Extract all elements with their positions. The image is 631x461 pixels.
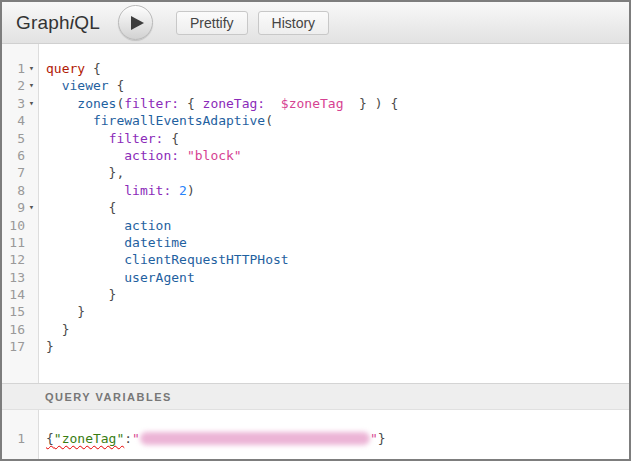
code-token: " xyxy=(370,431,378,446)
code-token: ( xyxy=(265,113,273,128)
code-token: { xyxy=(179,96,202,111)
query-editor: 1▾2▾3▾456789▾1011121314151617 query { vi… xyxy=(2,44,629,383)
gutter-line: 12 xyxy=(2,251,38,268)
code-token: "block" xyxy=(187,148,242,163)
line-number: 10 xyxy=(2,217,25,234)
line-number: 5 xyxy=(2,130,25,147)
gutter-line: 3▾ xyxy=(2,95,38,112)
code-line: firewallEventsAdaptive( xyxy=(46,112,629,129)
play-icon xyxy=(131,16,144,30)
code-token: datetime xyxy=(124,235,187,250)
gutter-line: 15 xyxy=(2,303,38,320)
line-number: 7 xyxy=(2,164,25,181)
code-token: { xyxy=(109,78,125,93)
variables-gutter: 1 xyxy=(2,410,39,459)
code-line: { xyxy=(46,199,629,216)
gutter-line: 1 xyxy=(2,430,38,447)
code-token: clientRequestHTTPHost xyxy=(124,252,288,267)
gutter-line: 11 xyxy=(2,234,38,251)
code-token xyxy=(46,235,124,250)
fold-arrow-icon[interactable]: ▾ xyxy=(25,95,38,112)
code-token: }, xyxy=(46,165,124,180)
code-token: { xyxy=(46,200,116,215)
fold-arrow-icon[interactable]: ▾ xyxy=(25,199,38,216)
code-token: viewer xyxy=(62,78,109,93)
code-token: zones xyxy=(77,96,116,111)
topbar: GraphiQL Prettify History xyxy=(2,2,629,44)
fold-arrow-icon[interactable]: ▾ xyxy=(25,77,38,94)
code-token: : xyxy=(124,431,132,446)
line-number: 14 xyxy=(2,286,25,303)
query-variables-header[interactable]: QUERY VARIABLES xyxy=(2,383,629,410)
line-number: 12 xyxy=(2,251,25,268)
code-token: firewallEventsAdaptive xyxy=(93,113,265,128)
code-token: action xyxy=(124,218,171,233)
editor-gutter: 1▾2▾3▾456789▾1011121314151617 xyxy=(2,44,39,383)
gutter-line: 6 xyxy=(2,147,38,164)
line-number: 11 xyxy=(2,234,25,251)
variables-code-area[interactable]: {"zoneTag":""} xyxy=(39,410,629,459)
toolbar: Prettify History xyxy=(176,11,329,35)
code-line: } xyxy=(46,321,629,338)
code-token: { xyxy=(163,131,179,146)
code-token: $zoneTag xyxy=(281,96,344,111)
logo-text-graph: Graph xyxy=(16,12,70,33)
variables-line: {"zoneTag":""} xyxy=(46,430,629,447)
code-token: "zoneTag" xyxy=(54,431,124,446)
line-number: 17 xyxy=(2,338,25,355)
code-token: ) xyxy=(187,183,195,198)
code-line: action: "block" xyxy=(46,147,629,164)
code-token: query xyxy=(46,61,85,76)
variables-editor: 1 {"zoneTag":""} xyxy=(2,410,629,459)
code-line: userAgent xyxy=(46,269,629,286)
code-token: zoneTag: xyxy=(203,96,266,111)
code-line: } xyxy=(46,303,629,320)
line-number: 6 xyxy=(2,147,25,164)
prettify-button[interactable]: Prettify xyxy=(176,11,248,35)
query-code-area[interactable]: query { viewer { zones(filter: { zoneTag… xyxy=(39,44,629,383)
code-line: viewer { xyxy=(46,77,629,94)
line-number: 8 xyxy=(2,182,25,199)
code-line: action xyxy=(46,217,629,234)
code-token: limit: xyxy=(124,183,171,198)
code-token xyxy=(46,183,124,198)
line-number: 9 xyxy=(2,199,25,216)
code-line: datetime xyxy=(46,234,629,251)
code-token: filter: xyxy=(124,96,179,111)
gutter-line: 5 xyxy=(2,130,38,147)
gutter-line: 4 xyxy=(2,112,38,129)
code-token: action: xyxy=(124,148,179,163)
code-token xyxy=(46,96,77,111)
code-token: } xyxy=(46,339,54,354)
code-line: query { xyxy=(46,60,629,77)
code-token: } xyxy=(46,287,116,302)
gutter-line: 14 xyxy=(2,286,38,303)
code-token: } xyxy=(46,322,69,337)
line-number: 1 xyxy=(2,60,25,77)
history-button[interactable]: History xyxy=(258,11,330,35)
code-line: } xyxy=(46,286,629,303)
code-token: " xyxy=(132,431,140,446)
code-line: filter: { xyxy=(46,130,629,147)
code-line: } xyxy=(46,338,629,355)
gutter-line: 13 xyxy=(2,269,38,286)
code-line: }, xyxy=(46,164,629,181)
code-token: } xyxy=(378,431,386,446)
code-token xyxy=(46,113,93,128)
gutter-line: 7 xyxy=(2,164,38,181)
code-token: } ) { xyxy=(343,96,398,111)
code-token xyxy=(46,78,62,93)
execute-button[interactable] xyxy=(118,5,153,40)
graphiql-window: GraphiQL Prettify History 1▾2▾3▾456789▾1… xyxy=(0,0,631,461)
code-token xyxy=(46,148,124,163)
code-line: clientRequestHTTPHost xyxy=(46,251,629,268)
code-token: filter: xyxy=(109,131,164,146)
line-number: 15 xyxy=(2,303,25,320)
code-token xyxy=(46,218,124,233)
fold-arrow-icon[interactable]: ▾ xyxy=(25,60,38,77)
gutter-line: 2▾ xyxy=(2,77,38,94)
redacted-value xyxy=(140,432,370,445)
code-token: { xyxy=(85,61,101,76)
code-token xyxy=(46,252,124,267)
code-token xyxy=(265,96,281,111)
